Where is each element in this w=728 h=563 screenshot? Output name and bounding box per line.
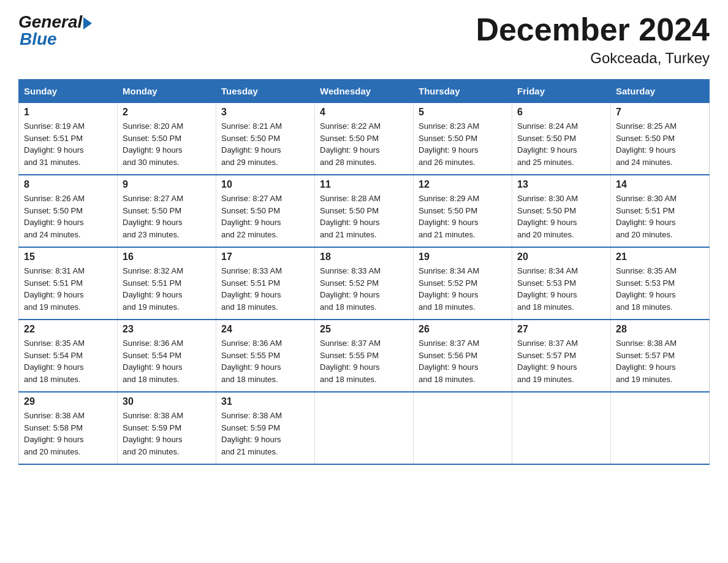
- sunrise-label: Sunrise: 8:31 AM: [24, 266, 85, 275]
- weekday-header-wednesday: Wednesday: [315, 80, 414, 103]
- day-info: Sunrise: 8:22 AM Sunset: 5:50 PM Dayligh…: [320, 120, 408, 168]
- sunset-label: Sunset: 5:50 PM: [517, 206, 576, 215]
- day-number: 1: [24, 107, 112, 118]
- calendar-day-cell: 12 Sunrise: 8:29 AM Sunset: 5:50 PM Dayl…: [414, 175, 512, 247]
- day-info: Sunrise: 8:37 AM Sunset: 5:57 PM Dayligh…: [517, 337, 605, 385]
- daylight-label: Daylight: 9 hours: [320, 218, 380, 227]
- daylight-label: Daylight: 9 hours: [123, 290, 183, 299]
- sunrise-label: Sunrise: 8:22 AM: [320, 121, 381, 131]
- sunset-label: Sunset: 5:56 PM: [419, 351, 477, 360]
- sunset-label: Sunset: 5:50 PM: [320, 206, 379, 215]
- day-number: 4: [320, 107, 408, 118]
- calendar-day-cell: 2 Sunrise: 8:20 AM Sunset: 5:50 PM Dayli…: [118, 103, 216, 175]
- daylight-label: Daylight: 9 hours: [24, 362, 84, 372]
- sunset-label: Sunset: 5:59 PM: [221, 423, 280, 432]
- page-subtitle: Gokceada, Turkey: [476, 50, 710, 67]
- sunset-label: Sunset: 5:57 PM: [517, 351, 576, 360]
- daylight-label: Daylight: 9 hours: [419, 145, 479, 155]
- daylight-label: Daylight: 9 hours: [517, 362, 577, 372]
- daylight-label: Daylight: 9 hours: [123, 362, 183, 372]
- page-header: General Blue December 2024 Gokceada, Tur…: [18, 12, 710, 67]
- daylight-minutes: and 24 minutes.: [616, 158, 673, 167]
- sunset-label: Sunset: 5:50 PM: [221, 134, 280, 143]
- sunset-label: Sunset: 5:51 PM: [123, 278, 181, 288]
- sunrise-label: Sunrise: 8:38 AM: [616, 339, 677, 348]
- sunrise-label: Sunrise: 8:23 AM: [419, 121, 479, 131]
- daylight-minutes: and 26 minutes.: [419, 158, 476, 167]
- day-number: 24: [221, 324, 309, 335]
- weekday-header-thursday: Thursday: [414, 80, 512, 103]
- calendar-day-cell: [414, 392, 512, 464]
- sunrise-label: Sunrise: 8:35 AM: [616, 266, 677, 275]
- day-number: 23: [123, 324, 211, 335]
- calendar-day-cell: 13 Sunrise: 8:30 AM Sunset: 5:50 PM Dayl…: [512, 175, 611, 247]
- sunset-label: Sunset: 5:50 PM: [616, 134, 675, 143]
- weekday-header-saturday: Saturday: [611, 80, 710, 103]
- weekday-header-monday: Monday: [118, 80, 216, 103]
- sunrise-label: Sunrise: 8:35 AM: [24, 339, 85, 348]
- sunset-label: Sunset: 5:54 PM: [24, 351, 83, 360]
- daylight-minutes: and 18 minutes.: [419, 302, 476, 312]
- logo-blue-text: Blue: [18, 29, 57, 49]
- sunrise-label: Sunrise: 8:30 AM: [616, 194, 677, 203]
- daylight-label: Daylight: 9 hours: [221, 435, 281, 444]
- day-info: Sunrise: 8:35 AM Sunset: 5:53 PM Dayligh…: [616, 265, 704, 313]
- day-info: Sunrise: 8:32 AM Sunset: 5:51 PM Dayligh…: [123, 265, 211, 313]
- sunrise-label: Sunrise: 8:30 AM: [517, 194, 578, 203]
- daylight-label: Daylight: 9 hours: [320, 145, 380, 155]
- calendar-day-cell: 22 Sunrise: 8:35 AM Sunset: 5:54 PM Dayl…: [19, 320, 118, 392]
- daylight-minutes: and 24 minutes.: [24, 230, 81, 239]
- daylight-label: Daylight: 9 hours: [517, 290, 577, 299]
- sunset-label: Sunset: 5:50 PM: [320, 134, 379, 143]
- sunset-label: Sunset: 5:55 PM: [320, 351, 379, 360]
- daylight-label: Daylight: 9 hours: [320, 362, 380, 372]
- daylight-label: Daylight: 9 hours: [419, 218, 479, 227]
- calendar-week-row: 8 Sunrise: 8:26 AM Sunset: 5:50 PM Dayli…: [19, 175, 710, 247]
- daylight-minutes: and 28 minutes.: [320, 158, 377, 167]
- daylight-label: Daylight: 9 hours: [517, 218, 577, 227]
- sunset-label: Sunset: 5:58 PM: [24, 423, 83, 432]
- sunset-label: Sunset: 5:52 PM: [419, 278, 477, 288]
- sunrise-label: Sunrise: 8:33 AM: [320, 266, 381, 275]
- daylight-label: Daylight: 9 hours: [123, 218, 183, 227]
- sunrise-label: Sunrise: 8:25 AM: [616, 121, 677, 131]
- daylight-minutes: and 20 minutes.: [24, 447, 81, 456]
- day-info: Sunrise: 8:33 AM Sunset: 5:51 PM Dayligh…: [221, 265, 309, 313]
- calendar-day-cell: 23 Sunrise: 8:36 AM Sunset: 5:54 PM Dayl…: [118, 320, 216, 392]
- sunrise-label: Sunrise: 8:29 AM: [419, 194, 479, 203]
- day-number: 21: [616, 251, 704, 262]
- daylight-minutes: and 18 minutes.: [517, 302, 574, 312]
- sunrise-label: Sunrise: 8:36 AM: [221, 339, 282, 348]
- sunrise-label: Sunrise: 8:19 AM: [24, 121, 85, 131]
- day-number: 6: [517, 107, 605, 118]
- daylight-label: Daylight: 9 hours: [616, 145, 676, 155]
- day-number: 2: [123, 107, 211, 118]
- day-info: Sunrise: 8:20 AM Sunset: 5:50 PM Dayligh…: [123, 120, 211, 168]
- day-number: 25: [320, 324, 408, 335]
- sunset-label: Sunset: 5:50 PM: [419, 134, 477, 143]
- weekday-header-sunday: Sunday: [19, 80, 118, 103]
- calendar-day-cell: 21 Sunrise: 8:35 AM Sunset: 5:53 PM Dayl…: [611, 247, 710, 320]
- daylight-minutes: and 22 minutes.: [221, 230, 278, 239]
- daylight-minutes: and 18 minutes.: [24, 375, 81, 384]
- day-number: 3: [221, 107, 309, 118]
- sunset-label: Sunset: 5:53 PM: [616, 278, 675, 288]
- calendar-day-cell: 28 Sunrise: 8:38 AM Sunset: 5:57 PM Dayl…: [611, 320, 710, 392]
- daylight-minutes: and 18 minutes.: [419, 375, 476, 384]
- calendar-day-cell: 6 Sunrise: 8:24 AM Sunset: 5:50 PM Dayli…: [512, 103, 611, 175]
- day-info: Sunrise: 8:21 AM Sunset: 5:50 PM Dayligh…: [221, 120, 309, 168]
- daylight-minutes: and 30 minutes.: [123, 158, 180, 167]
- sunset-label: Sunset: 5:50 PM: [517, 134, 576, 143]
- daylight-label: Daylight: 9 hours: [24, 290, 84, 299]
- sunrise-label: Sunrise: 8:37 AM: [320, 339, 381, 348]
- sunrise-label: Sunrise: 8:38 AM: [24, 411, 85, 420]
- daylight-label: Daylight: 9 hours: [221, 218, 281, 227]
- day-number: 8: [24, 179, 112, 190]
- sunrise-label: Sunrise: 8:32 AM: [123, 266, 183, 275]
- day-info: Sunrise: 8:35 AM Sunset: 5:54 PM Dayligh…: [24, 337, 112, 385]
- day-info: Sunrise: 8:38 AM Sunset: 5:58 PM Dayligh…: [24, 410, 112, 458]
- daylight-minutes: and 18 minutes.: [616, 302, 673, 312]
- calendar-day-cell: 30 Sunrise: 8:38 AM Sunset: 5:59 PM Dayl…: [118, 392, 216, 464]
- sunset-label: Sunset: 5:54 PM: [123, 351, 181, 360]
- day-info: Sunrise: 8:26 AM Sunset: 5:50 PM Dayligh…: [24, 193, 112, 240]
